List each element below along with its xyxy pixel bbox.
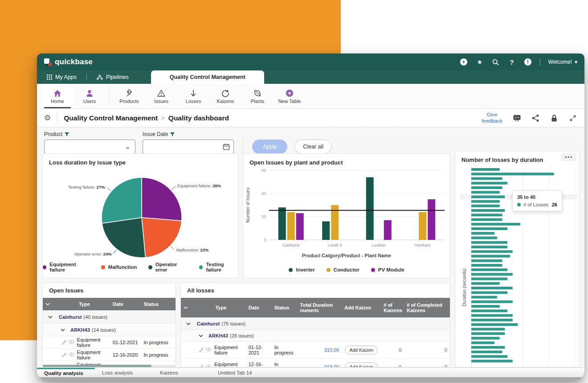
share-icon[interactable] <box>531 114 540 123</box>
hbar-17[interactable] <box>471 246 507 248</box>
loss-row[interactable]: Equipment failure12-16-2020In progress91… <box>181 358 450 367</box>
subgroup-row-arkh43[interactable]: ARKH43(28 issues) <box>181 330 450 342</box>
view-eye-icon[interactable] <box>206 364 212 368</box>
column-header[interactable]: Type <box>59 299 110 309</box>
search-icon[interactable] <box>492 58 500 66</box>
tab-kaizens[interactable]: Kaizens <box>153 368 211 377</box>
toolbar-home[interactable]: Home <box>41 84 74 108</box>
hbar-7[interactable] <box>471 200 500 203</box>
tab-quality-analysis[interactable]: Quality analysis <box>37 368 95 377</box>
bar-Londo II-Inverter[interactable] <box>322 221 330 240</box>
column-header[interactable]: Add Kaizen <box>342 303 381 313</box>
hbar-31[interactable] <box>471 309 507 312</box>
hbar-2[interactable] <box>471 177 502 180</box>
column-header[interactable]: # of Kaizens <box>381 300 404 315</box>
bar-Yarnham-Conductor[interactable] <box>419 212 426 240</box>
user-menu[interactable]: Welcome! ▾ <box>548 59 577 65</box>
hbar-18[interactable] <box>471 250 513 253</box>
product-filter-select[interactable]: ⌄ <box>44 140 135 154</box>
chevron-down-icon[interactable] <box>184 306 188 309</box>
apply-button[interactable]: Apply <box>252 140 287 154</box>
chevron-down-icon[interactable] <box>199 334 203 337</box>
hbar-20[interactable] <box>471 259 502 262</box>
hbar-37[interactable] <box>471 337 500 340</box>
hbar-32[interactable] <box>471 314 513 317</box>
edit-pencil-icon[interactable] <box>199 347 204 353</box>
hbar-38[interactable] <box>471 342 494 344</box>
subgroup-row-arkh43[interactable]: ARKH43(14 issues) <box>43 324 176 336</box>
breadcrumb-app[interactable]: Quality Control Management <box>64 114 158 122</box>
hbar-40[interactable] <box>471 350 502 353</box>
bar-legend-1[interactable]: Conductor <box>327 267 359 272</box>
hbar-30[interactable] <box>471 305 500 308</box>
hbar-36[interactable] <box>471 332 505 335</box>
add-kaizen-button[interactable]: Add Kaizen <box>345 362 378 368</box>
pie-legend-1[interactable]: Malfunction <box>101 262 137 272</box>
hbar-42[interactable] <box>471 360 513 362</box>
column-header[interactable]: Status <box>272 303 298 313</box>
give-feedback-link[interactable]: Give feedback <box>482 112 502 124</box>
column-header[interactable]: Date <box>110 299 141 309</box>
bar-Lordran-Inverter[interactable] <box>366 177 374 240</box>
nav-active-app-tab[interactable]: Quality Control Management <box>151 70 264 84</box>
toolbar-kaizens[interactable]: Kaizens <box>209 84 241 108</box>
hbar-3[interactable] <box>471 182 507 185</box>
hbar-21[interactable] <box>471 264 502 267</box>
bar-legend-0[interactable]: Inverter <box>289 267 314 272</box>
edit-pencil-icon[interactable] <box>61 340 67 345</box>
chevron-down-icon[interactable] <box>48 316 53 318</box>
add-icon[interactable]: + <box>460 58 468 66</box>
hbar-8[interactable] <box>471 205 500 207</box>
view-eye-icon[interactable] <box>69 352 74 357</box>
bar-Cainhurst-Inverter[interactable] <box>278 207 286 240</box>
chevron-down-icon[interactable] <box>45 303 50 305</box>
total-duration-link[interactable]: 918.00 <box>298 358 342 367</box>
window-bottom-grip[interactable] <box>37 377 584 381</box>
bar-Cainhurst-Conductor[interactable] <box>287 212 295 240</box>
loss-row[interactable]: Equipment failure01-12-2021In progress31… <box>181 342 450 358</box>
column-header[interactable]: # of Completed Kaizens <box>404 300 450 315</box>
toolbar-losses[interactable]: Losses <box>177 84 209 108</box>
hbar-39[interactable] <box>471 346 505 349</box>
hbar-14[interactable] <box>471 232 494 235</box>
hbar-35[interactable] <box>471 328 505 330</box>
bar-Yarnham-PV Module[interactable] <box>428 199 435 240</box>
hbar-6[interactable] <box>471 195 505 198</box>
column-header[interactable]: Date <box>246 303 272 313</box>
tab-loss-analysis[interactable]: Loss analysis <box>95 368 153 377</box>
hbar-13[interactable] <box>471 227 507 230</box>
column-header[interactable]: Total Duration numeric <box>298 300 342 315</box>
hbar-41[interactable] <box>471 355 507 358</box>
toolbar-new-table[interactable]: New Table <box>274 84 306 108</box>
bar-Cainhurst-PV Module[interactable] <box>296 213 304 240</box>
pie-legend-2[interactable]: Operator error <box>148 262 188 272</box>
quickbase-logo[interactable]: quickbase <box>44 58 93 66</box>
favorites-star-icon[interactable]: ★ <box>476 58 484 66</box>
presentation-icon[interactable] <box>512 114 521 123</box>
nav-pipelines[interactable]: Pipelines <box>87 70 139 84</box>
toolbar-plants[interactable]: Plants <box>241 84 274 108</box>
edit-pencil-icon[interactable] <box>199 364 204 368</box>
hbar-15[interactable] <box>471 236 497 239</box>
hbar-34[interactable] <box>471 323 518 326</box>
tab-untitled-14[interactable]: Untitled Tab 14 <box>211 368 269 377</box>
issue-date-input[interactable] <box>147 144 223 150</box>
hbar-1[interactable] <box>471 173 554 175</box>
card-menu-ellipsis-icon[interactable]: ••• <box>561 153 576 161</box>
bar-Lordran-PV Module[interactable] <box>384 220 392 240</box>
chevron-down-icon[interactable] <box>186 322 191 325</box>
toolbar-users[interactable]: Users <box>74 84 106 108</box>
hbar-4[interactable] <box>471 186 502 189</box>
hbar-22[interactable] <box>471 268 507 271</box>
hbar-0[interactable] <box>471 168 500 171</box>
pie-slice-3[interactable] <box>102 177 142 223</box>
hbar-11[interactable] <box>471 218 502 221</box>
edit-pencil-icon[interactable] <box>61 352 67 358</box>
hbar-33[interactable] <box>471 319 513 321</box>
pie-slice-1[interactable] <box>142 218 182 258</box>
kaizens-count-link[interactable]: 0 <box>381 358 404 367</box>
hbar-5[interactable] <box>471 191 500 194</box>
pie-legend-0[interactable]: Equipment failure <box>43 262 90 272</box>
help-icon[interactable]: ? <box>508 58 516 66</box>
hbar-27[interactable] <box>471 291 507 294</box>
